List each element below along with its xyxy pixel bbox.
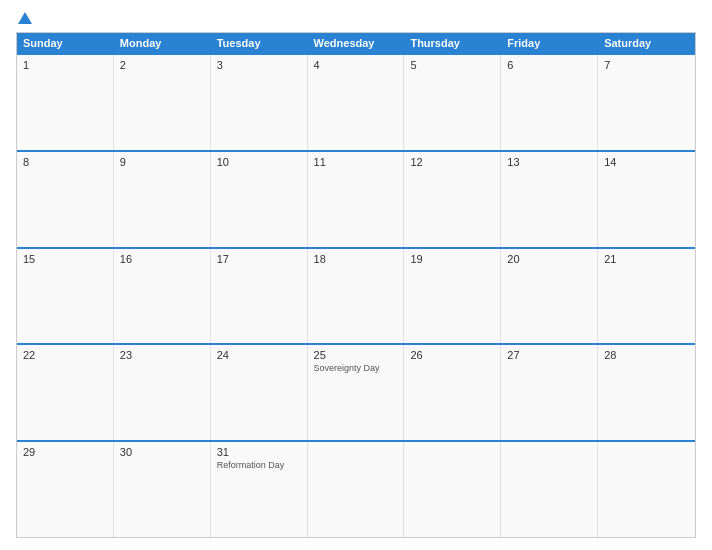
day-number: 27 [507,349,591,361]
day-number: 19 [410,253,494,265]
calendar-cell [404,442,501,537]
day-number: 26 [410,349,494,361]
day-number: 3 [217,59,301,71]
calendar-cell: 9 [114,152,211,247]
day-number: 10 [217,156,301,168]
calendar-cell [308,442,405,537]
calendar-cell: 19 [404,249,501,344]
calendar-cell: 16 [114,249,211,344]
calendar-cell: 4 [308,55,405,150]
calendar-cell: 26 [404,345,501,440]
calendar-week-1: 1234567 [17,53,695,150]
calendar-cell: 11 [308,152,405,247]
day-number: 6 [507,59,591,71]
day-number: 8 [23,156,107,168]
calendar-cell: 24 [211,345,308,440]
calendar-cell: 18 [308,249,405,344]
logo [16,12,32,24]
day-number: 21 [604,253,689,265]
calendar-cell: 12 [404,152,501,247]
day-number: 13 [507,156,591,168]
calendar-cell: 25Sovereignty Day [308,345,405,440]
calendar-cell: 30 [114,442,211,537]
day-number: 11 [314,156,398,168]
calendar-cell: 5 [404,55,501,150]
calendar-event: Reformation Day [217,460,301,471]
day-number: 29 [23,446,107,458]
calendar-cell [501,442,598,537]
logo-triangle-icon [18,12,32,24]
day-number: 15 [23,253,107,265]
calendar-cell [598,442,695,537]
weekday-header-tuesday: Tuesday [211,33,308,53]
day-number: 12 [410,156,494,168]
calendar-cell: 21 [598,249,695,344]
calendar-cell: 28 [598,345,695,440]
calendar-week-5: 293031Reformation Day [17,440,695,537]
calendar-cell: 27 [501,345,598,440]
calendar-cell: 10 [211,152,308,247]
day-number: 4 [314,59,398,71]
page-header [16,12,696,24]
calendar-cell: 20 [501,249,598,344]
logo-blue-text [16,12,32,24]
calendar-grid: SundayMondayTuesdayWednesdayThursdayFrid… [16,32,696,538]
calendar-event: Sovereignty Day [314,363,398,374]
day-number: 16 [120,253,204,265]
calendar-cell: 15 [17,249,114,344]
calendar-cell: 7 [598,55,695,150]
day-number: 1 [23,59,107,71]
calendar-body: 1234567891011121314151617181920212223242… [17,53,695,537]
weekday-header-saturday: Saturday [598,33,695,53]
day-number: 2 [120,59,204,71]
calendar-week-2: 891011121314 [17,150,695,247]
day-number: 14 [604,156,689,168]
calendar-cell: 29 [17,442,114,537]
day-number: 30 [120,446,204,458]
day-number: 18 [314,253,398,265]
calendar-cell: 3 [211,55,308,150]
calendar-cell: 2 [114,55,211,150]
calendar-cell: 31Reformation Day [211,442,308,537]
day-number: 22 [23,349,107,361]
day-number: 20 [507,253,591,265]
day-number: 28 [604,349,689,361]
day-number: 23 [120,349,204,361]
weekday-header-wednesday: Wednesday [308,33,405,53]
day-number: 7 [604,59,689,71]
calendar-cell: 14 [598,152,695,247]
calendar-page: SundayMondayTuesdayWednesdayThursdayFrid… [0,0,712,550]
day-number: 17 [217,253,301,265]
calendar-cell: 1 [17,55,114,150]
day-number: 31 [217,446,301,458]
calendar-header: SundayMondayTuesdayWednesdayThursdayFrid… [17,33,695,53]
calendar-cell: 17 [211,249,308,344]
weekday-header-friday: Friday [501,33,598,53]
day-number: 5 [410,59,494,71]
calendar-cell: 6 [501,55,598,150]
calendar-week-3: 15161718192021 [17,247,695,344]
weekday-header-thursday: Thursday [404,33,501,53]
day-number: 25 [314,349,398,361]
day-number: 9 [120,156,204,168]
calendar-cell: 23 [114,345,211,440]
day-number: 24 [217,349,301,361]
weekday-header-monday: Monday [114,33,211,53]
weekday-header-sunday: Sunday [17,33,114,53]
calendar-cell: 13 [501,152,598,247]
calendar-cell: 8 [17,152,114,247]
calendar-cell: 22 [17,345,114,440]
calendar-week-4: 22232425Sovereignty Day262728 [17,343,695,440]
